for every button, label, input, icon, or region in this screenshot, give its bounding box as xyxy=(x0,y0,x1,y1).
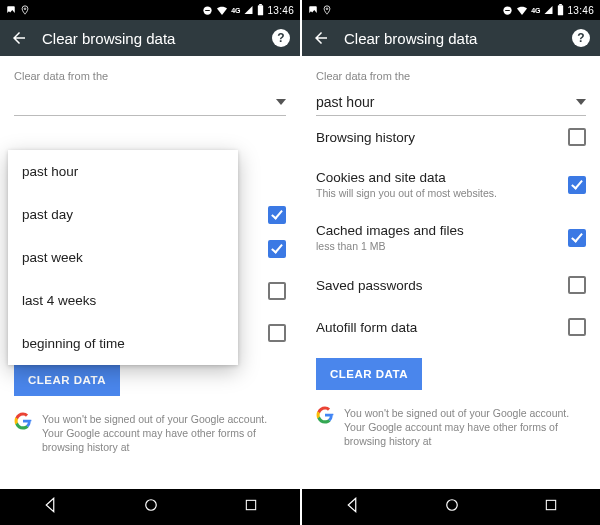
dnd-icon xyxy=(502,5,513,16)
location-icon xyxy=(322,5,332,15)
checkbox[interactable] xyxy=(568,176,586,194)
section-label: Clear data from the xyxy=(302,56,600,88)
clock: 13:46 xyxy=(567,5,594,16)
checkbox[interactable] xyxy=(568,229,586,247)
info-footer: You won't be signed out of your Google a… xyxy=(14,412,286,455)
checkbox[interactable] xyxy=(568,318,586,336)
info-footer: You won't be signed out of your Google a… xyxy=(316,406,586,449)
svg-rect-2 xyxy=(205,10,210,11)
app-bar: Clear browsing data ? xyxy=(0,20,300,56)
location-icon xyxy=(20,5,30,15)
caret-down-icon xyxy=(276,99,286,105)
google-logo-icon xyxy=(14,412,32,430)
clear-data-button[interactable]: CLEAR DATA xyxy=(316,358,422,390)
nav-recents-icon[interactable] xyxy=(243,497,259,517)
svg-rect-6 xyxy=(246,500,255,509)
info-text: You won't be signed out of your Google a… xyxy=(344,406,586,449)
signal-icon xyxy=(543,5,554,15)
svg-point-0 xyxy=(24,8,26,10)
wifi-icon xyxy=(216,5,228,15)
checkbox[interactable] xyxy=(268,240,286,258)
menu-item[interactable]: past hour xyxy=(8,150,238,193)
wifi-icon xyxy=(516,5,528,15)
checkbox[interactable] xyxy=(568,276,586,294)
nav-back-icon[interactable] xyxy=(343,496,361,518)
info-text: You won't be signed out of your Google a… xyxy=(42,412,286,455)
page-title: Clear browsing data xyxy=(344,30,558,47)
android-navbar xyxy=(302,489,600,525)
battery-icon xyxy=(257,4,264,16)
svg-point-5 xyxy=(146,500,157,511)
nav-home-icon[interactable] xyxy=(443,496,461,518)
row-saved-passwords[interactable]: Saved passwords xyxy=(302,264,600,306)
net-type: 4G xyxy=(531,7,540,14)
screen-right: 4G 13:46 Clear browsing data ? Clear dat… xyxy=(300,0,600,525)
google-logo-icon xyxy=(316,406,334,424)
svg-point-7 xyxy=(326,8,328,10)
dnd-icon xyxy=(202,5,213,16)
menu-item[interactable]: past week xyxy=(8,236,238,279)
net-type: 4G xyxy=(231,7,240,14)
signal-icon xyxy=(243,5,254,15)
clock: 13:46 xyxy=(267,5,294,16)
checkbox[interactable] xyxy=(268,282,286,300)
row-browsing-history[interactable]: Browsing history xyxy=(302,116,600,158)
checkbox[interactable] xyxy=(268,206,286,224)
svg-rect-9 xyxy=(505,10,510,11)
row-cache[interactable]: Cached images and files less than 1 MB xyxy=(302,211,600,264)
menu-item[interactable]: beginning of time xyxy=(8,322,238,365)
row-label: Cached images and files xyxy=(316,223,464,238)
svg-rect-3 xyxy=(258,5,263,15)
caret-down-icon xyxy=(576,99,586,105)
android-navbar xyxy=(0,489,300,525)
page-title: Clear browsing data xyxy=(42,30,258,47)
time-range-dropdown[interactable]: past hour xyxy=(316,88,586,116)
row-label: Autofill form data xyxy=(316,320,417,335)
svg-point-12 xyxy=(447,500,458,511)
status-bar: 4G 13:46 xyxy=(0,0,300,20)
time-range-dropdown[interactable] xyxy=(14,88,286,116)
image-icon xyxy=(308,5,318,15)
menu-item[interactable]: past day xyxy=(8,193,238,236)
svg-rect-10 xyxy=(558,5,563,15)
row-cookies[interactable]: Cookies and site data This will sign you… xyxy=(302,158,600,211)
row-autofill[interactable]: Autofill form data xyxy=(302,306,600,348)
content-area: Clear data from the past hour Browsing h… xyxy=(302,56,600,489)
svg-rect-11 xyxy=(560,4,563,5)
time-range-menu: past hour past day past week last 4 week… xyxy=(8,150,238,365)
status-bar: 4G 13:46 xyxy=(302,0,600,20)
svg-rect-4 xyxy=(260,4,263,5)
section-label: Clear data from the xyxy=(0,56,300,88)
screen-left: 4G 13:46 Clear browsing data ? Clear dat… xyxy=(0,0,300,525)
content-area: Clear data from the Saved passwords Auto… xyxy=(0,56,300,489)
nav-home-icon[interactable] xyxy=(142,496,160,518)
svg-rect-13 xyxy=(546,500,555,509)
battery-icon xyxy=(557,4,564,16)
back-icon[interactable] xyxy=(312,29,330,47)
menu-item[interactable]: last 4 weeks xyxy=(8,279,238,322)
clear-data-button[interactable]: CLEAR DATA xyxy=(14,364,120,396)
checkbox[interactable] xyxy=(568,128,586,146)
row-label: Cookies and site data xyxy=(316,170,497,185)
help-icon[interactable]: ? xyxy=(272,29,290,47)
row-label: Saved passwords xyxy=(316,278,423,293)
nav-recents-icon[interactable] xyxy=(543,497,559,517)
row-sub: This will sign you out of most websites. xyxy=(316,187,497,199)
back-icon[interactable] xyxy=(10,29,28,47)
checkbox[interactable] xyxy=(268,324,286,342)
row-sub: less than 1 MB xyxy=(316,240,464,252)
nav-back-icon[interactable] xyxy=(41,496,59,518)
image-icon xyxy=(6,5,16,15)
help-icon[interactable]: ? xyxy=(572,29,590,47)
row-label: Browsing history xyxy=(316,130,415,145)
dropdown-value: past hour xyxy=(316,94,374,110)
app-bar: Clear browsing data ? xyxy=(302,20,600,56)
